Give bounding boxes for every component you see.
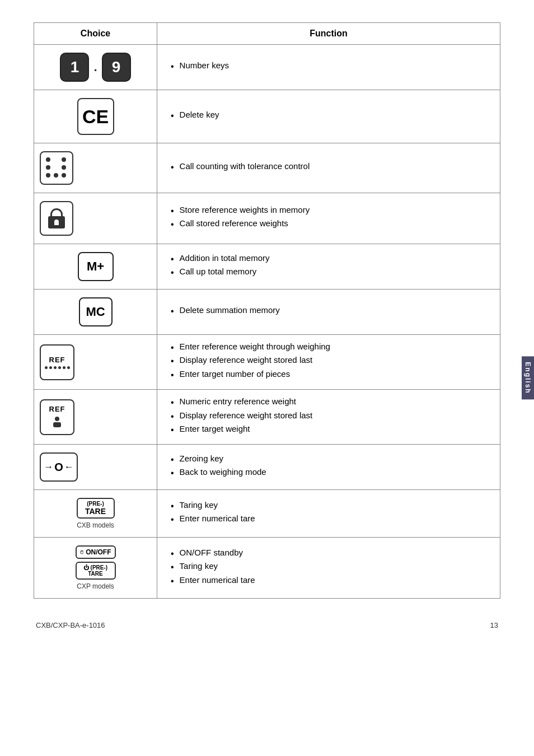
list-item: Delete key (171, 110, 486, 122)
onoff-key: ON/OFF (76, 545, 116, 559)
dot-empty (54, 165, 58, 170)
ref-dot (54, 366, 57, 369)
pre-label: (PRE-) (87, 501, 104, 507)
list-item: Call up total memory (171, 267, 486, 279)
list-item: Call stored reference weights (171, 218, 486, 231)
footer-left: CXB/CXP-BA-e-1016 (36, 621, 105, 629)
mplus-key-icon: M+ (78, 252, 114, 281)
lock-keyhole (54, 220, 59, 225)
zero-key-icon: →O← (40, 452, 78, 482)
key-1: 1 (60, 53, 89, 82)
ref-dot (63, 366, 65, 369)
choice-cell-tare-cxp: ON/OFF ⏻ (PRE-) TARE CXP models (34, 538, 157, 599)
list-item: Addition in total memory (171, 253, 486, 265)
list-item: Enter target weight (171, 424, 486, 436)
dots-grid (46, 157, 67, 179)
table-row: CE Delete key (34, 90, 500, 143)
dot (46, 173, 50, 178)
table-row: Store reference weights in memory Call s… (34, 193, 500, 244)
list-item: Display reference weight stored last (171, 410, 486, 423)
choice-cell-mc: MC (34, 290, 157, 335)
cxp-models-label: CXP models (77, 582, 114, 590)
pre-tare-key: (PRE-) TARE (77, 498, 115, 519)
tare-label: TARE (85, 507, 106, 516)
function-cell-zero: Zeroing key Back to weighing mode (157, 445, 500, 490)
list-item: Number keys (171, 60, 486, 73)
lock-shackle (50, 208, 63, 216)
ref-weight-key-icon: REF (40, 399, 74, 435)
list-item: Store reference weights in memory (171, 205, 486, 217)
svg-rect-1 (53, 422, 61, 427)
ref-dots-row (45, 366, 70, 369)
choice-cell-ref-count: REF (34, 335, 157, 390)
list-item: Taring key (171, 500, 486, 512)
list-item: Taring key (171, 561, 486, 573)
choice-cell-num-keys: 1 . 9 (34, 45, 157, 90)
function-cell-ce: Delete key (157, 90, 500, 143)
choice-cell-zero: →O← (34, 445, 157, 490)
person-icon-wrapper (53, 416, 62, 429)
function-cell-ref-weight: Numeric entry reference weight Display r… (157, 390, 500, 445)
function-cell-mc: Delete summation memory (157, 290, 500, 335)
col-header-function: Function (157, 23, 500, 45)
list-item: Enter target number of pieces (171, 369, 486, 381)
ref-dot (49, 366, 52, 369)
onoff-icon (80, 548, 84, 556)
dot (62, 165, 66, 170)
table-row: REF Enter reference weight throu (34, 335, 500, 390)
mc-key-icon: MC (79, 297, 113, 326)
person-icon (53, 416, 62, 427)
function-cell-count: Call counting with tolerance control (157, 143, 500, 193)
table-row: (PRE-) TARE CXB models Taring key Enter … (34, 490, 500, 538)
function-cell-tare-cxb: Taring key Enter numerical tare (157, 490, 500, 538)
choice-cell-mplus: M+ (34, 244, 157, 290)
choice-cell-ref-weight: REF (34, 390, 157, 445)
list-item: ON/OFF standby (171, 548, 486, 560)
col-header-choice: Choice (34, 23, 157, 45)
dot-empty (54, 157, 58, 162)
ref-dot (67, 366, 70, 369)
list-item: Enter numerical tare (171, 514, 486, 526)
count-key-icon (40, 151, 73, 185)
dot (54, 173, 58, 178)
main-table: Choice Function 1 . 9 Number keys (34, 22, 500, 599)
dot (62, 173, 66, 178)
sidebar-english-tab: English (522, 356, 534, 399)
pre-label-cxp: ⏻ (PRE-) TARE (79, 564, 113, 577)
page-wrapper: Choice Function 1 . 9 Number keys (0, 0, 534, 663)
table-row: →O← Zeroing key Back to weighing mode (34, 445, 500, 490)
page-footer: CXB/CXP-BA-e-1016 13 (34, 621, 500, 629)
table-row: REF Numeric entry reference weight Displ… (34, 390, 500, 445)
ce-key-icon: CE (77, 98, 114, 135)
onoff-text: ON/OFF (86, 548, 111, 556)
list-item: Zeroing key (171, 454, 486, 466)
dot (62, 157, 66, 162)
dot (46, 165, 50, 170)
ref-weight-text: REF (49, 405, 65, 413)
list-item: Delete summation memory (171, 305, 486, 318)
svg-point-0 (55, 417, 59, 421)
list-item: Enter numerical tare (171, 575, 486, 587)
function-cell-memory: Store reference weights in memory Call s… (157, 193, 500, 244)
key-9: 9 (102, 53, 131, 82)
list-item: Display reference weight stored last (171, 355, 486, 367)
ref-dot (45, 366, 48, 369)
list-item: Call counting with tolerance control (171, 161, 486, 174)
choice-cell-tare-cxb: (PRE-) TARE CXB models (34, 490, 157, 538)
lock-icon (48, 208, 65, 228)
table-row: Call counting with tolerance control (34, 143, 500, 193)
footer-right: 13 (490, 621, 498, 629)
function-cell-tare-cxp: ON/OFF standby Taring key Enter numerica… (157, 538, 500, 599)
ref-text: REF (49, 356, 65, 364)
ref-dot (58, 366, 61, 369)
function-cell-num-keys: Number keys (157, 45, 500, 90)
list-item: Enter reference weight through weighing (171, 342, 486, 354)
memory-key-icon (40, 201, 73, 236)
function-cell-ref-count: Enter reference weight through weighing … (157, 335, 500, 390)
choice-cell-ce: CE (34, 90, 157, 143)
tare-cxb-icon: (PRE-) TARE CXB models (40, 498, 151, 529)
list-item: Back to weighing mode (171, 467, 486, 479)
choice-cell-count (34, 143, 157, 193)
choice-cell-memory (34, 193, 157, 244)
tare-cxp-icon: ON/OFF ⏻ (PRE-) TARE CXP models (40, 545, 151, 590)
